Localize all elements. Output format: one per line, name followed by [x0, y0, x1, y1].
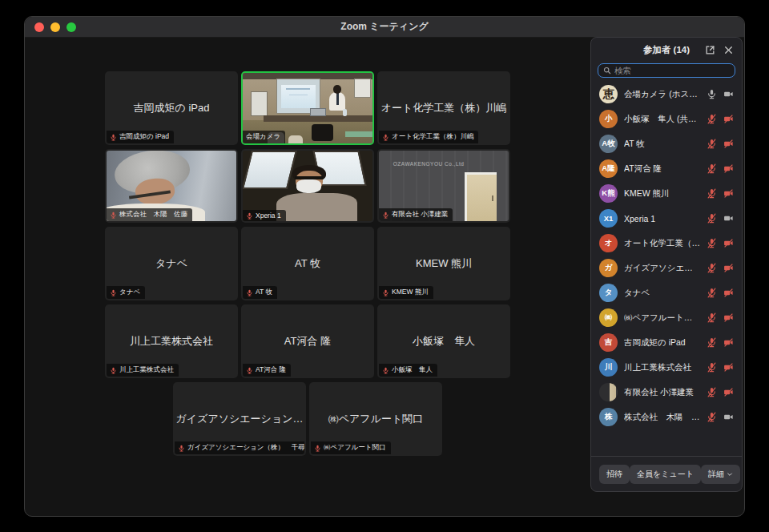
participants-list: 恵 会場カメラ (ホスト, 自分) 小 小飯塚 隼人 (共同ホスト) — [591, 82, 742, 449]
tile-name-label: 会場カメラ — [243, 131, 285, 143]
participant-row[interactable]: A隆 AT河合 隆 — [591, 156, 742, 181]
camera-status-icon[interactable] — [723, 89, 734, 99]
camera-status-icon[interactable] — [723, 188, 734, 199]
camera-status-icon[interactable] — [723, 387, 734, 397]
mic-status-icon[interactable] — [707, 263, 717, 273]
muted-mic-icon — [110, 289, 117, 296]
participant-row[interactable]: 川 川上工業株式会社 — [591, 355, 742, 380]
mic-status-icon[interactable] — [707, 213, 717, 224]
mute-all-button[interactable]: 全員をミュート — [630, 465, 701, 484]
tile-name-label: 株式会社 木陽 佐藤 — [107, 208, 192, 221]
video-tile-kaijo-camera[interactable]: 会場カメラ — [241, 71, 374, 145]
camera-status-icon[interactable] — [723, 213, 734, 224]
participants-panel-header: 参加者 (14) — [591, 38, 742, 62]
mic-status-icon[interactable] — [707, 412, 717, 422]
tile-name-label: AT河合 隆 — [243, 364, 291, 377]
video-tile-at-maki[interactable]: AT 牧 AT 牧 — [241, 227, 374, 300]
participant-row[interactable]: 株 株式会社 木陽 佐藤 — [591, 405, 742, 429]
tile-name-label: 有限会社 小澤建業 — [379, 208, 453, 221]
tile-name-label: ガイズアソシエーション（株） 千尋 — [175, 441, 306, 454]
camera-status-icon[interactable] — [723, 312, 734, 323]
video-tile-kawakami-kogyo[interactable]: 川上工業株式会社 川上工業株式会社 — [105, 304, 238, 378]
whiteboard — [251, 91, 268, 116]
tile-name-label: 小飯塚 隼人 — [379, 364, 437, 377]
tile-name-label: AT 牧 — [243, 286, 277, 299]
mic-status-icon[interactable] — [707, 163, 717, 174]
camera-status-icon[interactable] — [723, 139, 734, 149]
camera-status-icon[interactable] — [723, 362, 734, 373]
close-panel-icon[interactable] — [723, 45, 734, 55]
video-tile-yoshioka-ipad[interactable]: 吉岡成矩の iPad 吉岡成矩の iPad — [105, 71, 238, 145]
video-tile-koiizuka[interactable]: 小飯塚 隼人 小飯塚 隼人 — [377, 304, 510, 378]
camera-status-icon[interactable] — [723, 114, 734, 124]
muted-mic-icon — [110, 212, 117, 219]
avatar: オ — [599, 234, 618, 252]
popout-panel-icon[interactable] — [705, 45, 715, 55]
participant-name: AT 牧 — [624, 139, 700, 150]
invite-button[interactable]: 招待 — [599, 465, 630, 484]
tile-name-label: ㈱ペアフルート関口 — [311, 441, 391, 454]
participant-name: Xperia 1 — [624, 214, 700, 224]
video-tile-ozawa-kengyou[interactable]: OZAWAKENGYOU Co.,Ltd 有限会社 小澤建業 — [377, 149, 510, 223]
video-tile-at-kawai[interactable]: AT河合 隆 AT河合 隆 — [241, 304, 374, 378]
search-icon — [603, 66, 611, 75]
camera-status-icon[interactable] — [723, 288, 734, 298]
close-window-button[interactable] — [34, 22, 44, 32]
laptop — [310, 108, 325, 116]
avatar: 小 — [599, 110, 618, 128]
water-bottle — [343, 109, 347, 116]
participant-name: 会場カメラ (ホスト, 自分) — [624, 89, 700, 100]
tile-name-label: タナベ — [107, 286, 145, 299]
mic-status-icon[interactable] — [707, 89, 717, 99]
search-box[interactable] — [598, 63, 735, 78]
desktop-background: Zoom ミーティング 吉岡成矩の iPad 吉岡成矩の iPad — [0, 0, 769, 532]
participant-row[interactable]: タ タナベ — [591, 280, 742, 305]
camera-status-icon[interactable] — [723, 163, 734, 174]
video-tile-pairflute-sekiguchi[interactable]: ㈱ペアフルート関口 ㈱ペアフルート関口 — [309, 382, 442, 456]
mic-status-icon[interactable] — [707, 288, 717, 298]
camera-status-icon[interactable] — [723, 238, 734, 248]
video-grid-row-3: タナベ タナベ AT 牧 AT 牧 — [25, 227, 590, 300]
participant-row[interactable]: A牧 AT 牧 — [591, 131, 742, 156]
mic-status-icon[interactable] — [707, 188, 717, 199]
mic-status-icon[interactable] — [707, 139, 717, 149]
video-tile-auto-kagaku[interactable]: オート化学工業（株）川嶋 オート化学工業（株）川嶋 — [377, 71, 510, 145]
participant-name: タナベ — [624, 288, 700, 299]
minimize-window-button[interactable] — [50, 22, 60, 32]
avatar: X1 — [599, 209, 618, 228]
avatar: 恵 — [599, 85, 618, 103]
more-button[interactable]: 詳細 — [701, 465, 740, 484]
mic-status-icon[interactable] — [707, 238, 717, 248]
video-grid-row-5: ガイズアソシエーション… ガイズアソシエーション（株） 千尋 ㈱ペアフルート関口… — [25, 382, 590, 456]
video-tile-tanabe[interactable]: タナベ タナベ — [105, 227, 238, 300]
video-tile-kiyo-sato[interactable]: 株式会社 木陽 佐藤 — [105, 149, 238, 223]
avatar: ガ — [599, 259, 618, 277]
participant-row[interactable]: 小 小飯塚 隼人 (共同ホスト) — [591, 107, 742, 131]
participant-row[interactable]: ㈱ ㈱ペアフルート関口 — [591, 305, 742, 330]
mic-status-icon[interactable] — [707, 362, 717, 373]
camera-status-icon[interactable] — [723, 263, 734, 273]
participant-row[interactable]: K熊 KMEW 熊川 — [591, 181, 742, 206]
fullscreen-window-button[interactable] — [66, 22, 76, 32]
participant-row[interactable]: 有限会社 小澤建業 — [591, 380, 742, 405]
video-tile-kmew-kumakawa[interactable]: KMEW 熊川 KMEW 熊川 — [377, 227, 510, 300]
mic-status-icon[interactable] — [707, 312, 717, 323]
search-input[interactable] — [614, 66, 730, 75]
participant-row[interactable]: X1 Xperia 1 — [591, 206, 742, 231]
mic-status-icon[interactable] — [707, 114, 717, 124]
window-titlebar[interactable]: Zoom ミーティング — [25, 17, 744, 38]
video-tile-guys-association[interactable]: ガイズアソシエーション… ガイズアソシエーション（株） 千尋 — [173, 382, 306, 456]
tile-name-label: KMEW 熊川 — [379, 286, 433, 299]
avatar: A隆 — [599, 159, 618, 178]
tile-name-label: 吉岡成矩の iPad — [107, 131, 174, 143]
mic-status-icon[interactable] — [707, 337, 717, 348]
participant-row[interactable]: 吉 吉岡成矩の iPad — [591, 330, 742, 355]
mic-status-icon[interactable] — [707, 387, 717, 397]
camera-status-icon[interactable] — [723, 337, 734, 348]
participant-row[interactable]: オ オート化学工業（株）川嶋 — [591, 231, 742, 256]
participant-row[interactable]: ガ ガイズアソシエーション（… — [591, 256, 742, 280]
muted-mic-icon — [246, 367, 253, 374]
participant-row[interactable]: 恵 会場カメラ (ホスト, 自分) — [591, 82, 742, 107]
camera-status-icon[interactable] — [723, 412, 734, 422]
video-tile-xperia[interactable]: Xperia 1 — [241, 149, 374, 223]
